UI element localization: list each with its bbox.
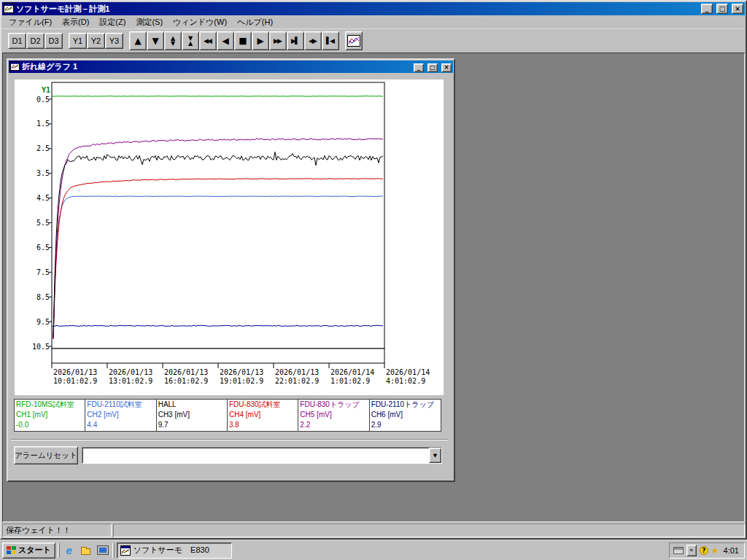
stop-button[interactable]: ■ bbox=[234, 31, 252, 50]
graph-caption-buttons: _ □ × bbox=[412, 62, 452, 72]
svg-text:7.5: 7.5 bbox=[36, 268, 50, 276]
left-arrow-icon: ◀ bbox=[222, 36, 228, 46]
expand-range-button[interactable]: ◀▶ bbox=[304, 31, 322, 50]
graph-maximize-button[interactable]: □ bbox=[427, 63, 438, 72]
legend-device: RFD-10MS試料室 bbox=[16, 400, 83, 410]
tray-collapse-button[interactable]: « bbox=[686, 545, 697, 556]
skip-to-end-button[interactable]: ▶▌ bbox=[287, 31, 304, 50]
quick-launch-desktop[interactable] bbox=[96, 543, 110, 558]
legend-device: FDU-830試料室 bbox=[229, 400, 296, 410]
help-badge-icon[interactable]: ? bbox=[700, 546, 708, 555]
quick-launch-internet-explorer[interactable]: e bbox=[62, 543, 77, 558]
legend-value: 3.8 bbox=[229, 420, 296, 430]
legend-value: 2.9 bbox=[371, 420, 439, 430]
combo-value[interactable] bbox=[82, 448, 429, 463]
taskbar: スタート e ソフトサーモ E830 « ? ★ 4:01 bbox=[0, 540, 747, 560]
d2-button[interactable]: D2 bbox=[26, 33, 44, 49]
d3-button[interactable]: D3 bbox=[44, 33, 63, 49]
star-icon[interactable]: ★ bbox=[711, 546, 719, 555]
right-arrow-icon: ▶ bbox=[257, 36, 263, 46]
desktop-icon bbox=[98, 546, 108, 554]
task-button-softthermo[interactable]: ソフトサーモ E830 bbox=[117, 542, 232, 559]
legend-device: FDU-830トラップ bbox=[300, 400, 367, 410]
y1-button[interactable]: Y1 bbox=[69, 33, 87, 49]
windows-logo-icon bbox=[7, 546, 16, 554]
fast-rewind-button[interactable]: ◀◀ bbox=[199, 31, 217, 50]
skip-end-icon: ▶▌ bbox=[291, 37, 300, 44]
svg-text:10.5: 10.5 bbox=[32, 343, 50, 351]
menu-window[interactable]: ウィンドウ(W) bbox=[168, 15, 232, 29]
task-button-label: ソフトサーモ E830 bbox=[133, 545, 209, 556]
svg-text:19:01:02.9: 19:01:02.9 bbox=[220, 377, 263, 385]
svg-text:8.5: 8.5 bbox=[36, 293, 50, 301]
desktop: ソフトサーモ計測－計測1 _ □ × ファイル(F) 表示(D) 設定(Z) 測… bbox=[0, 0, 747, 560]
alarm-reset-button[interactable]: アラームリセット bbox=[14, 446, 78, 464]
menu-settings[interactable]: 設定(Z) bbox=[94, 15, 131, 29]
svg-text:16:01:02.9: 16:01:02.9 bbox=[164, 377, 208, 385]
status-panel-empty bbox=[113, 524, 745, 537]
taskbar-divider bbox=[58, 543, 60, 558]
svg-text:1:01:02.9: 1:01:02.9 bbox=[330, 377, 370, 385]
menu-measure[interactable]: 測定(S) bbox=[131, 15, 168, 29]
system-tray: « ? ★ 4:01 bbox=[669, 542, 745, 559]
alarm-combobox[interactable]: ▼ bbox=[82, 447, 442, 464]
fast-forward-icon: ▶▶ bbox=[274, 37, 282, 44]
svg-text:10:01:02.9: 10:01:02.9 bbox=[53, 377, 97, 385]
menu-help[interactable]: ヘルプ(H) bbox=[232, 15, 278, 29]
caption-buttons: _ □ × bbox=[700, 4, 743, 15]
graph-window-icon bbox=[10, 61, 20, 72]
close-button[interactable]: × bbox=[732, 4, 743, 14]
up-down-arrows-icon: ▲▼ bbox=[171, 36, 175, 46]
step-forward-button[interactable]: ▶ bbox=[252, 31, 269, 50]
graph-window-title-bar[interactable]: 折れ線グラフ 1 _ □ × bbox=[9, 61, 453, 73]
app-window: ソフトサーモ計測－計測1 _ □ × ファイル(F) 表示(D) 設定(Z) 測… bbox=[0, 0, 747, 540]
menu-file[interactable]: ファイル(F) bbox=[4, 15, 57, 29]
d1-button[interactable]: D1 bbox=[8, 33, 26, 49]
legend-channel: CH5 [mV] bbox=[300, 410, 367, 420]
svg-text:2026/01/13: 2026/01/13 bbox=[220, 368, 263, 376]
chart-panel: Y10.51.52.53.54.55.56.57.58.59.510.52026… bbox=[15, 79, 444, 395]
graph-minimize-button[interactable]: _ bbox=[414, 63, 424, 72]
scroll-down-button[interactable]: ▼ bbox=[147, 31, 164, 50]
quick-launch-folder[interactable] bbox=[79, 543, 93, 558]
y3-button[interactable]: Y3 bbox=[105, 33, 123, 49]
tray-clock: 4:01 bbox=[722, 546, 740, 555]
y2-button[interactable]: Y2 bbox=[87, 33, 105, 49]
svg-text:Y1: Y1 bbox=[42, 86, 50, 94]
fast-forward-button[interactable]: ▶▶ bbox=[269, 31, 287, 50]
start-button[interactable]: スタート bbox=[2, 542, 55, 559]
toolbar: D1 D2 D3 Y1 Y2 Y3 ▲ ▼ ▲▼ ▼▲ ◀◀ ◀ ■ ▶ bbox=[2, 28, 745, 52]
menu-view[interactable]: 表示(D) bbox=[57, 15, 94, 29]
expand-icon: ◀▶ bbox=[309, 37, 317, 44]
legend-channel: CH1 [mV] bbox=[16, 410, 83, 420]
minimize-button[interactable]: _ bbox=[701, 4, 713, 14]
scroll-vertical-button[interactable]: ▲▼ bbox=[164, 31, 182, 50]
mdi-area: 折れ線グラフ 1 _ □ × Y10.51.52.53.54.55.56.57.… bbox=[2, 52, 745, 522]
legend-cell-ch6: FDU-2110トラップ CH6 [mV] 2.9 bbox=[370, 400, 441, 431]
stop-icon: ■ bbox=[239, 36, 247, 46]
maximize-button[interactable]: □ bbox=[716, 4, 728, 14]
hourglass-button[interactable]: ▼▲ bbox=[182, 31, 199, 50]
legend-channel: CH6 [mV] bbox=[371, 410, 439, 420]
skip-to-start-button[interactable]: ▌◀ bbox=[322, 31, 339, 50]
legend-value: -0.0 bbox=[16, 420, 83, 430]
svg-text:22:01:02.9: 22:01:02.9 bbox=[275, 377, 319, 385]
legend-cell-ch1: RFD-10MS試料室 CH1 [mV] -0.0 bbox=[15, 400, 85, 431]
combo-dropdown-button[interactable]: ▼ bbox=[429, 448, 441, 463]
title-bar[interactable]: ソフトサーモ計測－計測1 _ □ × bbox=[2, 2, 745, 15]
graph-button[interactable] bbox=[345, 31, 363, 50]
graph-window: 折れ線グラフ 1 _ □ × Y10.51.52.53.54.55.56.57.… bbox=[7, 58, 455, 482]
svg-text:0.5: 0.5 bbox=[36, 96, 50, 104]
graph-close-button[interactable]: × bbox=[441, 63, 452, 72]
folder-icon bbox=[81, 548, 90, 555]
svg-text:13:01:02.9: 13:01:02.9 bbox=[109, 377, 152, 385]
printer-icon[interactable] bbox=[673, 547, 684, 554]
legend-cell-ch2: FDU-2110試料室 CH2 [mV] 4.4 bbox=[85, 400, 156, 431]
legend-channel: CH4 [mV] bbox=[229, 410, 296, 420]
legend-value: 9.7 bbox=[158, 420, 225, 430]
scroll-up-button[interactable]: ▲ bbox=[129, 31, 147, 50]
svg-text:5.5: 5.5 bbox=[36, 219, 50, 227]
step-back-button[interactable]: ◀ bbox=[217, 31, 234, 50]
skip-start-icon: ▌◀ bbox=[326, 37, 335, 44]
status-bar: 保存ウェイト！！ bbox=[2, 522, 745, 537]
